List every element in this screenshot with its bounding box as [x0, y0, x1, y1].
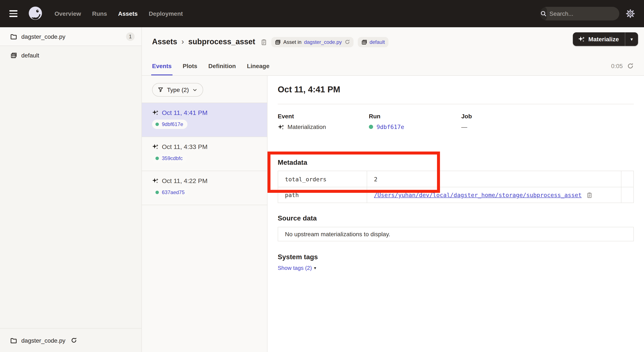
- metadata-heading: Metadata: [278, 159, 634, 166]
- dagster-logo[interactable]: [27, 5, 44, 22]
- tab-lineage[interactable]: Lineage: [247, 57, 270, 75]
- event-time: Oct 11, 4:41 PM: [162, 109, 208, 116]
- table-end-cell: [621, 171, 633, 187]
- page-title: subprocess_asset: [188, 37, 255, 46]
- breadcrumb-assets-link[interactable]: Assets: [152, 37, 177, 46]
- table-row-total-orders: total_orders 2: [278, 171, 633, 187]
- type-filter-label: Type (2): [167, 86, 189, 93]
- materialization-icon: [278, 124, 284, 130]
- asset-location-badge: Asset in dagster_code.py: [271, 37, 353, 47]
- reload-code-location-icon[interactable]: [70, 337, 77, 344]
- breadcrumb-separator: ›: [182, 37, 184, 46]
- event-time: Oct 11, 4:33 PM: [162, 143, 208, 150]
- metadata-value: 2: [367, 171, 621, 187]
- filter-section: Type (2): [142, 76, 267, 103]
- source-data-empty-box: No upstream materializations to display.: [278, 227, 634, 241]
- sidebar-item-default-group[interactable]: default: [0, 46, 142, 65]
- metadata-table: total_orders 2 path /Users/yuhan/dev/loc…: [278, 171, 634, 203]
- reload-location-icon[interactable]: [344, 39, 350, 45]
- event-row-1[interactable]: Oct 11, 4:41 PM 9dbf617e: [142, 103, 267, 137]
- sidebar-footer-code-location[interactable]: dagster_code.py: [0, 328, 142, 352]
- dagster-app: Overview Runs Assets Deployment / dagste…: [0, 0, 644, 352]
- chevron-down-icon: [192, 87, 198, 93]
- copy-path-icon[interactable]: [586, 192, 592, 198]
- show-tags-label: Show tags (2): [278, 265, 312, 271]
- event-row-3[interactable]: Oct 11, 4:22 PM 637aed75: [142, 171, 267, 205]
- copy-asset-name-icon[interactable]: [260, 38, 267, 45]
- code-location-label: dagster_code.py: [21, 33, 66, 40]
- repo-grid-icon: [10, 52, 17, 59]
- asset-groups-sidebar: dagster_code.py 1 default dagster_code.p…: [0, 27, 142, 352]
- run-id-link[interactable]: 9dbf617e: [376, 123, 404, 130]
- run-id-pill[interactable]: 9dbf617e: [152, 120, 188, 129]
- nav-overview[interactable]: Overview: [54, 10, 81, 17]
- event-time: Oct 11, 4:22 PM: [162, 177, 208, 184]
- asset-count-badge: 1: [126, 32, 134, 41]
- materialize-button[interactable]: Materialize: [573, 32, 625, 46]
- grid-icon: [275, 39, 281, 45]
- source-data-heading: Source data: [278, 215, 634, 222]
- materialization-icon: [152, 177, 158, 184]
- path-link[interactable]: /Users/yuhan/dev/local/dagster_home/stor…: [374, 192, 582, 198]
- search-box[interactable]: /: [540, 7, 619, 20]
- event-row-2[interactable]: Oct 11, 4:33 PM 359cdbfc: [142, 137, 267, 171]
- run-success-dot: [156, 123, 159, 126]
- asset-in-label: Asset in: [283, 39, 301, 45]
- funnel-icon: [158, 87, 164, 93]
- run-success-dot: [156, 191, 159, 194]
- breadcrumb: Assets › subprocess_asset: [152, 37, 267, 46]
- code-location-link[interactable]: dagster_code.py: [304, 39, 342, 45]
- materialize-spark-icon: [578, 36, 585, 42]
- table-end-cell: [621, 187, 633, 203]
- nav-deployment[interactable]: Deployment: [149, 10, 183, 17]
- materialization-icon: [152, 109, 158, 116]
- metadata-key: path: [278, 187, 367, 203]
- nav-links: Overview Runs Assets Deployment: [54, 10, 183, 17]
- event-detail-heading: Oct 11, 4:41 PM: [278, 85, 634, 94]
- materialize-dropdown-button[interactable]: ▾: [625, 32, 638, 46]
- run-id-pill[interactable]: 637aed75: [152, 188, 189, 197]
- folder-icon: [10, 33, 17, 40]
- caret-down-icon: ▾: [314, 266, 316, 270]
- run-label: Run: [369, 113, 461, 120]
- job-value: —: [461, 123, 472, 130]
- run-id-pill[interactable]: 359cdbfc: [152, 154, 187, 163]
- run-success-dot: [369, 125, 373, 129]
- show-tags-link[interactable]: Show tags (2) ▾: [278, 265, 316, 271]
- sidebar-item-code-location[interactable]: dagster_code.py 1: [0, 27, 142, 46]
- caret-down-icon: ▾: [630, 36, 633, 42]
- divider: [278, 104, 634, 104]
- materialize-label: Materialize: [588, 36, 619, 42]
- hamburger-menu-icon[interactable]: [9, 8, 20, 19]
- gear-icon[interactable]: [626, 9, 635, 18]
- table-row-path: path /Users/yuhan/dev/local/dagster_home…: [278, 187, 633, 203]
- asset-tabs: Events Plots Definition Lineage 0:05: [142, 57, 644, 76]
- materialize-split-button: Materialize ▾: [573, 32, 638, 46]
- folder-icon: [10, 337, 17, 344]
- repo-default-link[interactable]: default: [370, 39, 385, 45]
- tab-definition[interactable]: Definition: [208, 57, 236, 75]
- events-list-panel: Type (2) Oct 11, 4:41 PM 9dbf617e: [142, 76, 268, 352]
- run-id-label: 9dbf617e: [162, 121, 183, 127]
- top-nav: Overview Runs Assets Deployment /: [0, 0, 644, 27]
- tab-events[interactable]: Events: [152, 57, 172, 75]
- job-label: Job: [461, 113, 472, 120]
- search-icon: [540, 7, 547, 20]
- nav-runs[interactable]: Runs: [92, 10, 107, 17]
- source-data-empty-message: No upstream materializations to display.: [285, 231, 390, 238]
- search-input[interactable]: [547, 10, 619, 17]
- refresh-icon[interactable]: [627, 62, 634, 69]
- type-filter-button[interactable]: Type (2): [152, 83, 204, 97]
- tab-plots[interactable]: Plots: [183, 57, 197, 75]
- run-id-label: 637aed75: [162, 189, 185, 195]
- event-detail-panel: Oct 11, 4:41 PM Event Materialization Ru…: [268, 76, 644, 352]
- asset-header: Assets › subprocess_asset Asset in dagst…: [142, 27, 644, 57]
- nav-assets[interactable]: Assets: [118, 10, 138, 17]
- system-tags-heading: System tags: [278, 253, 634, 261]
- event-label: Event: [278, 113, 369, 120]
- run-success-dot: [156, 157, 159, 160]
- event-summary: Event Materialization Run 9dbf617e: [278, 113, 634, 130]
- run-id-label: 359cdbfc: [162, 155, 182, 161]
- footer-code-location-label: dagster_code.py: [21, 337, 66, 344]
- repo-grid-icon: [361, 39, 367, 45]
